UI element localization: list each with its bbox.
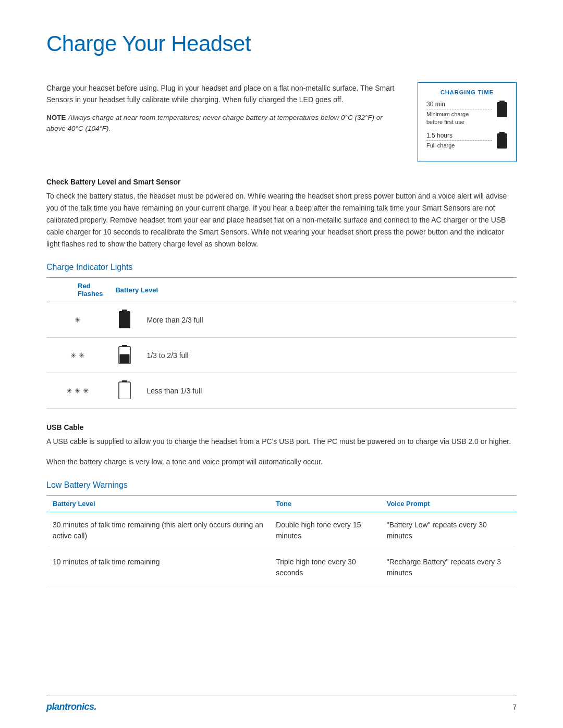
usb-cable-text1: A USB cable is supplied to allow you to … — [46, 436, 517, 448]
charge-time-1: 30 min — [426, 101, 492, 109]
usb-cable-text2: When the battery charge is very low, a t… — [46, 456, 517, 468]
indicator-col2-header: Battery Level — [109, 278, 517, 302]
usb-cable-heading: USB Cable — [46, 423, 517, 431]
flash-1: ✳ — [46, 302, 109, 338]
indicator-col1-header: Red Flashes — [46, 278, 109, 302]
charging-time-box: CHARGING TIME 30 min Minimum chargebefor… — [418, 82, 517, 162]
table-row: ✳ More than 2/3 full — [46, 302, 517, 338]
footer: plantronics. 7 — [46, 696, 517, 712]
low-battery-table: Battery Level Tone Voice Prompt 30 minut… — [46, 495, 517, 586]
page: Charge Your Headset Charge your headset … — [0, 0, 563, 728]
low-battery-col3: Voice Prompt — [381, 496, 517, 512]
prompt-cell: "Battery Low" repeats every 30 minutes — [381, 512, 517, 549]
svg-rect-0 — [499, 101, 505, 102]
low-battery-section: Low Battery Warnings Battery Level Tone … — [46, 480, 517, 586]
table-row: ✳ ✳ ✳ Less than 1/3 full — [46, 373, 517, 409]
page-number: 7 — [512, 703, 517, 711]
charging-row-2: 1.5 hours Full charge — [426, 132, 508, 150]
tone-cell: Triple high tone every 30 seconds — [270, 549, 381, 586]
indicator-table-header: Red Flashes Battery Level — [46, 278, 517, 302]
intro-paragraph: Charge your headset before using. Plug i… — [46, 82, 402, 106]
low-battery-header: Battery Level Tone Voice Prompt — [46, 496, 517, 512]
battery-icon-row2 — [109, 338, 140, 373]
check-battery-section: Check Battery Level and Smart Sensor To … — [46, 178, 517, 250]
battery-level-cell: 30 minutes of talk time remaining (this … — [46, 512, 270, 549]
charge-desc-2: Full charge — [426, 142, 492, 150]
low-battery-col2: Tone — [270, 496, 381, 512]
page-title: Charge Your Headset — [46, 31, 517, 56]
note-content: Always charge at near room temperatures;… — [46, 114, 383, 133]
level-desc-3: Less than 1/3 full — [140, 373, 517, 409]
charge-desc-1: Minimum chargebefore first use — [426, 110, 492, 127]
indicator-table: Red Flashes Battery Level ✳ More than 2/… — [46, 277, 517, 409]
low-battery-col1: Battery Level — [46, 496, 270, 512]
charging-time-title: CHARGING TIME — [426, 89, 508, 95]
table-row: 10 minutes of talk time remaining Triple… — [46, 549, 517, 586]
charge-indicator-title: Charge Indicator Lights — [46, 263, 517, 272]
intro-note: NOTE Always charge at near room temperat… — [46, 112, 402, 134]
flash-3: ✳ ✳ ✳ — [46, 373, 109, 409]
battery-icon-full — [496, 101, 508, 119]
level-desc-1: More than 2/3 full — [140, 302, 517, 338]
svg-rect-1 — [497, 102, 507, 117]
charging-row-1: 30 min Minimum chargebefore first use — [426, 101, 508, 127]
table-row: 30 minutes of talk time remaining (this … — [46, 512, 517, 549]
charge-indicator-section: Charge Indicator Lights Red Flashes Batt… — [46, 263, 517, 409]
battery-icon-row3 — [109, 373, 140, 409]
charge-time-2: 1.5 hours — [426, 132, 492, 141]
usb-cable-section: USB Cable A USB cable is supplied to all… — [46, 423, 517, 468]
svg-rect-8 — [120, 354, 130, 363]
svg-rect-4 — [122, 310, 127, 311]
svg-rect-3 — [497, 133, 507, 149]
tone-cell: Double high tone every 15 minutes — [270, 512, 381, 549]
level-desc-2: 1/3 to 2/3 full — [140, 338, 517, 373]
battery-icon-full2 — [496, 132, 508, 150]
plantronics-logo: plantronics. — [46, 701, 96, 712]
intro-text: Charge your headset before using. Plug i… — [46, 82, 402, 162]
intro-section: Charge your headset before using. Plug i… — [46, 82, 517, 162]
check-battery-heading: Check Battery Level and Smart Sensor — [46, 178, 517, 186]
svg-rect-5 — [119, 311, 130, 328]
check-battery-text: To check the battery status, the headset… — [46, 190, 517, 250]
svg-rect-2 — [499, 132, 505, 133]
battery-icon-row1 — [109, 302, 140, 338]
flash-2: ✳ ✳ — [46, 338, 109, 373]
prompt-cell: "Recharge Battery" repeats every 3 minut… — [381, 549, 517, 586]
table-row: ✳ ✳ 1/3 to 2/3 full — [46, 338, 517, 373]
battery-level-cell: 10 minutes of talk time remaining — [46, 549, 270, 586]
note-label: NOTE — [46, 114, 66, 121]
low-battery-title: Low Battery Warnings — [46, 480, 517, 490]
svg-rect-10 — [119, 382, 130, 399]
